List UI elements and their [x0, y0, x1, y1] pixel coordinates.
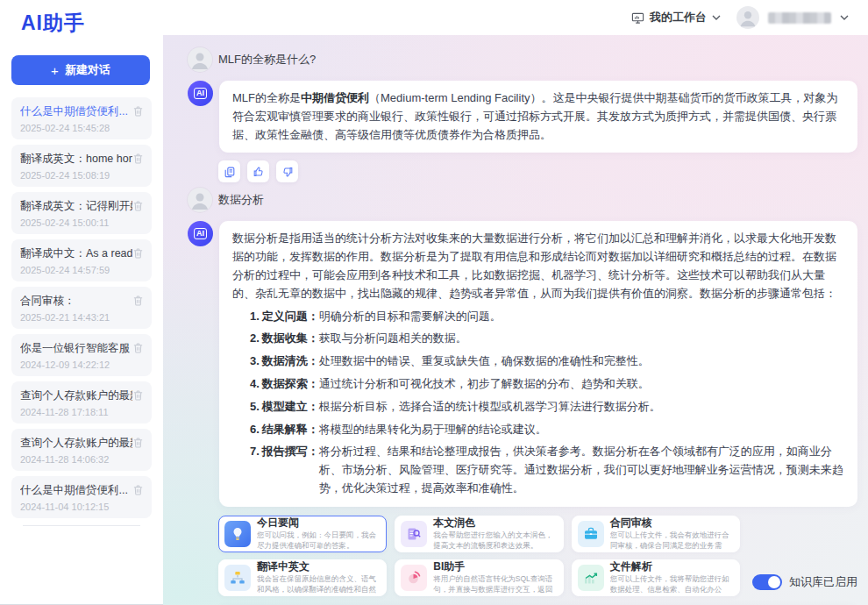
trash-icon[interactable]	[132, 389, 144, 402]
history-item-title: 查询个人存款账户的最新...	[20, 388, 132, 403]
knowledge-base-toggle[interactable]	[752, 574, 782, 590]
list-item: 4.数据探索：通过统计分析和可视化技术，初步了解数据的分布、趋势和关联。	[250, 375, 844, 394]
history-item[interactable]: 什么是中期借贷便利... 2025-02-24 15:45:28	[11, 97, 152, 139]
history-item-time: 2025-02-24 15:00:11	[20, 217, 143, 228]
history-item[interactable]: 翻译成英文：记得刚开始... 2025-02-24 15:00:11	[11, 192, 152, 234]
history-divider	[23, 525, 140, 526]
workspace-menu[interactable]: 我的工作台	[631, 10, 721, 25]
chevron-down-icon[interactable]	[840, 15, 849, 20]
polish-doc-icon	[401, 521, 427, 547]
user-avatar[interactable]	[736, 6, 759, 29]
quick-actions-section: 今日要闻您可以问我，例如：今日要闻，我会尽力提供准确和可靠的答案。 本文润色我会…	[218, 516, 857, 596]
history-item-title: 合同审核：	[20, 294, 132, 309]
quick-action-desc: 您可以问我，例如：今日要闻，我会尽力提供准确和可靠的答案。	[257, 530, 379, 551]
conversation-history: 什么是中期借贷便利... 2025-02-24 15:45:28 翻译成英文：h…	[0, 97, 163, 526]
quick-action-title: BI助手	[433, 560, 555, 573]
plus-icon: +	[51, 63, 59, 78]
history-item-time: 2025-02-24 14:57:59	[20, 265, 143, 275]
ai-message-intro: 数据分析是指用适当的统计分析方法对收集来的大量数据进行分析，将它们加以汇总和理解…	[232, 231, 836, 299]
user-message-row: 数据分析	[188, 188, 857, 212]
quick-action-title: 今日要闻	[257, 516, 379, 529]
history-item-title: 翻译成英文：home home	[20, 152, 132, 167]
quick-action-desc: 您可以上传文件，我将帮助您进行如数据处理、信息检索、自动化办公等。	[610, 574, 732, 594]
list-item: 2.数据收集：获取与分析问题相关的数据。	[250, 330, 844, 348]
thumbs-down-button[interactable]	[276, 160, 298, 182]
thumbs-up-icon	[253, 166, 265, 178]
chat-area: MLF的全称是什么? AI MLF的全称是中期借贷便利（Medium-term …	[163, 35, 868, 605]
quick-action-title: 文件解析	[610, 560, 732, 573]
ai-message-text: MLF的全称是	[232, 91, 301, 104]
history-item[interactable]: 什么是中期借贷便利... 2024-11-04 10:12:15	[11, 476, 152, 518]
list-item: 5.模型建立：根据分析目标，选择合适的统计模型或机器学习算法进行数据分析。	[250, 398, 844, 416]
app-logo: AI助手	[0, 0, 163, 37]
quick-action-file-parse[interactable]: 文件解析您可以上传文件，我将帮助您进行如数据处理、信息检索、自动化办公等。	[572, 559, 740, 596]
trash-icon[interactable]	[132, 437, 144, 449]
ai-avatar: AI	[188, 81, 213, 106]
quick-action-title: 翻译中英文	[257, 560, 379, 573]
bulb-icon	[224, 521, 251, 547]
new-chat-button[interactable]: + 新建对话	[11, 55, 150, 85]
ai-badge: AI	[194, 88, 207, 99]
quick-action-contract-review[interactable]: 合同审核您可以上传文件，我会有效地进行合同审核，确保合同满足您的业务需求。	[572, 516, 740, 552]
message-actions	[218, 160, 857, 182]
trash-icon[interactable]	[132, 247, 144, 260]
monitor-icon	[631, 11, 644, 25]
trash-icon[interactable]	[132, 342, 144, 354]
user-message-text: 数据分析	[218, 192, 264, 208]
history-item-time: 2025-02-24 15:08:19	[20, 170, 143, 181]
quick-action-text-polish[interactable]: 本文润色我会帮助您进行您输入的文本润色，提高文本的流畅度和表达效果。	[395, 516, 563, 552]
trash-icon[interactable]	[132, 153, 144, 165]
history-item[interactable]: 查询个人存款账户的最新... 2024-11-28 14:06:32	[11, 429, 152, 471]
ai-message-card: MLF的全称是中期借贷便利（Medium-term Lending Facili…	[219, 81, 857, 153]
user-message-row: MLF的全称是什么?	[188, 47, 857, 72]
person-icon	[188, 47, 212, 72]
pie-chart-icon	[401, 565, 427, 591]
chevron-down-icon	[712, 15, 721, 20]
history-item[interactable]: 翻译成英文：home home 2025-02-24 15:08:19	[11, 145, 152, 187]
quick-action-today-news[interactable]: 今日要闻您可以问我，例如：今日要闻，我会尽力提供准确和可靠的答案。	[218, 516, 387, 552]
quick-action-desc: 将用户的自然语言转化为SQL查询语句，并直接与数据库进行交互，返回智能推荐的图表…	[433, 574, 555, 594]
quick-action-translate[interactable]: 翻译中英文我会旨在保留原始信息的含义、语气和风格，以确保翻译的准确性和自然流畅。	[218, 559, 387, 596]
history-item[interactable]: 查询个人存款账户的最新... 2024-11-28 17:18:11	[11, 381, 152, 424]
history-item-title: 翻译成英文：记得刚开始...	[20, 199, 132, 214]
trash-icon[interactable]	[132, 295, 144, 307]
person-icon	[736, 6, 759, 29]
ai-assistant-app: AI助手 + 新建对话 什么是中期借贷便利... 2025-02-24 15:4…	[0, 0, 868, 605]
history-item-title: 什么是中期借贷便利...	[20, 104, 132, 119]
list-item: 1.定义问题：明确分析的目标和需要解决的问题。	[250, 308, 844, 326]
history-item-time: 2024-11-28 17:18:11	[20, 407, 143, 417]
copy-button[interactable]	[218, 160, 240, 182]
history-item[interactable]: 翻译成中文：As a reader... 2025-02-24 14:57:59	[11, 239, 152, 281]
quick-action-title: 本文润色	[433, 516, 555, 529]
list-item: 3.数据清洗：处理数据中的错误、重复或缺失值，确保数据的准确性和完整性。	[250, 352, 844, 371]
history-item-time: 2025-02-24 15:45:28	[20, 123, 143, 133]
history-item-title: 什么是中期借贷便利...	[20, 483, 132, 498]
list-item: 6.结果解释：将模型的结果转化为易于理解的结论或建议。	[250, 421, 844, 439]
trash-icon[interactable]	[132, 484, 144, 496]
history-item-time: 2024-11-04 10:12:15	[20, 502, 143, 512]
briefcase-icon	[578, 521, 604, 547]
new-chat-label: 新建对话	[65, 62, 110, 78]
quick-action-bi-assistant[interactable]: BI助手将用户的自然语言转化为SQL查询语句，并直接与数据库进行交互，返回智能推…	[395, 559, 563, 596]
ai-message-row: AI MLF的全称是中期借贷便利（Medium-term Lending Fac…	[188, 81, 857, 153]
user-message-text: MLF的全称是什么?	[218, 52, 316, 68]
trend-chart-icon	[578, 565, 604, 591]
trash-icon[interactable]	[132, 200, 144, 212]
person-icon	[188, 188, 212, 212]
history-item-time: 2024-12-09 14:22:12	[20, 359, 143, 370]
trash-icon[interactable]	[132, 105, 144, 117]
workspace-label: 我的工作台	[650, 10, 707, 25]
history-item-title: 你是一位银行智能客服，...	[20, 341, 132, 356]
copy-icon	[224, 166, 236, 178]
history-item-time: 2025-02-21 14:43:21	[20, 312, 143, 323]
thumbs-down-icon	[281, 166, 294, 178]
history-item-time: 2024-11-28 14:06:32	[20, 454, 143, 465]
history-item[interactable]: 合同审核： 2025-02-21 14:43:21	[11, 287, 152, 329]
ai-message-bold: 中期借贷便利	[301, 91, 369, 104]
quick-action-title: 合同审核	[610, 516, 732, 529]
thumbs-up-button[interactable]	[247, 160, 269, 182]
list-item: 7.报告撰写：将分析过程、结果和结论整理成报告，供决策者参考。数据分析在各个领域…	[250, 443, 844, 497]
history-item[interactable]: 你是一位银行智能客服，... 2024-12-09 14:22:12	[11, 334, 152, 376]
username-redacted	[768, 12, 831, 24]
user-avatar	[188, 188, 212, 212]
